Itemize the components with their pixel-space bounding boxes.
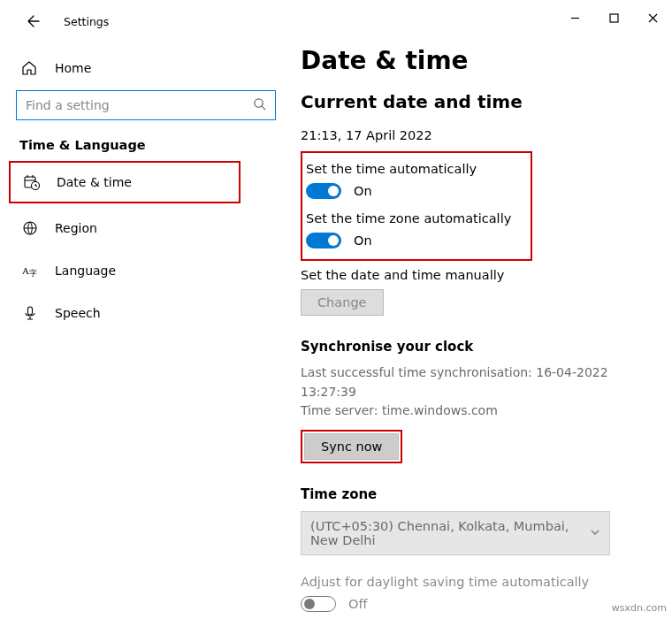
sidebar-item-label: Date & time [57, 175, 132, 189]
back-button[interactable] [21, 9, 46, 34]
current-datetime: 21:13, 17 April 2022 [301, 128, 647, 142]
window-title: Settings [64, 15, 109, 28]
close-icon [648, 13, 658, 23]
sync-section: Synchronise your clock Last successful t… [301, 339, 647, 463]
timezone-section: Time zone (UTC+05:30) Chennai, Kolkata, … [301, 486, 647, 555]
sidebar-item-speech[interactable]: Speech [0, 292, 292, 334]
timezone-dropdown[interactable]: (UTC+05:30) Chennai, Kolkata, Mumbai, Ne… [301, 511, 610, 555]
svg-rect-7 [610, 14, 618, 22]
search-input[interactable] [26, 98, 253, 112]
manual-label: Set the date and time manually [301, 268, 647, 282]
language-icon: A字 [21, 262, 39, 279]
sidebar: Settings Home Time & Language Date & tim… [0, 0, 292, 619]
sidebar-item-label: Language [55, 264, 116, 278]
titlebar: Settings [0, 0, 292, 39]
sync-highlight: Sync now [301, 430, 402, 463]
dst-toggle [301, 596, 336, 612]
sidebar-item-language[interactable]: A字 Language [0, 249, 292, 292]
highlighted-settings: Set the time automatically On Set the ti… [301, 151, 532, 261]
search-icon [253, 97, 266, 113]
svg-rect-6 [28, 307, 33, 315]
sidebar-item-region[interactable]: Region [0, 207, 292, 249]
window-controls [555, 5, 672, 30]
auto-time-state: On [354, 184, 372, 198]
home-icon [21, 60, 37, 76]
back-arrow-icon [27, 14, 41, 28]
minimize-icon [570, 13, 580, 23]
watermark: wsxdn.com [612, 602, 667, 614]
settings-window: Settings Home Time & Language Date & tim… [0, 0, 672, 619]
sidebar-item-date-time[interactable]: Date & time [9, 161, 241, 203]
minimize-button[interactable] [555, 5, 594, 30]
auto-time-label: Set the time automatically [306, 162, 531, 176]
auto-zone-toggle[interactable] [306, 233, 341, 248]
home-label: Home [55, 61, 91, 75]
sidebar-item-label: Speech [55, 306, 101, 320]
auto-zone-state: On [354, 233, 372, 248]
sync-heading: Synchronise your clock [301, 339, 647, 355]
search-box[interactable] [16, 90, 276, 120]
sidebar-item-label: Region [55, 221, 97, 235]
svg-text:字: 字 [29, 269, 37, 278]
auto-zone-label: Set the time zone automatically [306, 211, 531, 225]
maximize-icon [609, 13, 619, 23]
globe-icon [21, 219, 39, 237]
timezone-heading: Time zone [301, 486, 647, 502]
auto-time-toggle[interactable] [306, 183, 341, 199]
change-button: Change [301, 289, 384, 316]
page-title: Date & time [301, 46, 647, 75]
svg-point-0 [255, 99, 263, 107]
chevron-down-icon [590, 526, 600, 540]
sync-now-button[interactable]: Sync now [304, 433, 399, 460]
timezone-value: (UTC+05:30) Chennai, Kolkata, Mumbai, Ne… [310, 519, 590, 547]
dst-section: Adjust for daylight saving time automati… [301, 575, 647, 612]
home-nav[interactable]: Home [0, 51, 292, 85]
microphone-icon [21, 304, 39, 322]
category-heading: Time & Language [0, 129, 292, 157]
content-pane: Date & time Current date and time 21:13,… [292, 0, 672, 619]
dst-state: Off [348, 597, 367, 611]
close-button[interactable] [633, 5, 672, 30]
sync-server: Time server: time.windows.com [301, 401, 647, 421]
svg-text:A: A [22, 265, 29, 276]
maximize-button[interactable] [594, 5, 633, 30]
section-heading: Current date and time [301, 91, 647, 112]
sync-last: Last successful time synchronisation: 16… [301, 363, 647, 401]
calendar-clock-icon [23, 173, 41, 191]
dst-label: Adjust for daylight saving time automati… [301, 575, 647, 589]
